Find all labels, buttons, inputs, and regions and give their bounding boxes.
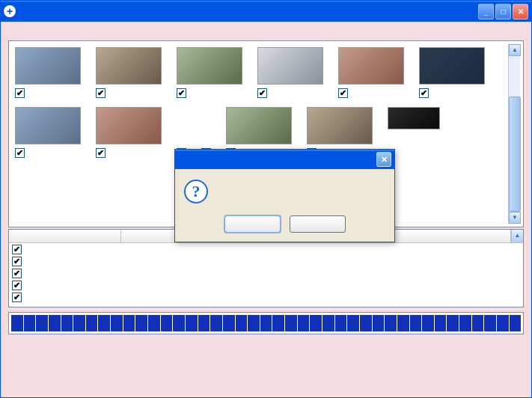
photo-scrollbar[interactable]: ▲ ▼ <box>508 44 520 224</box>
photo-thumbnail[interactable]: ✔ <box>15 107 81 158</box>
table-row[interactable]: ✔ <box>9 279 523 291</box>
progress-bar-panel <box>8 312 524 334</box>
scroll-down-button[interactable]: ▼ <box>509 212 521 224</box>
photo-thumbnail[interactable]: ✔ <box>177 47 242 98</box>
photo-thumbnail[interactable]: ✔ <box>338 47 404 98</box>
photo-thumbnail[interactable]: ✔ <box>96 107 162 158</box>
table-row[interactable]: ✔ <box>9 243 523 255</box>
file-checkbox[interactable]: ✔ <box>12 293 22 302</box>
photo-checkbox[interactable]: ✔ <box>257 88 267 98</box>
photo-thumbnail[interactable] <box>388 107 440 158</box>
photo-thumbnail[interactable]: ✔ <box>15 47 81 98</box>
titlebar: + _ □ ✕ <box>1 1 531 22</box>
photo-checkbox[interactable]: ✔ <box>96 148 106 158</box>
yes-button[interactable] <box>224 215 281 233</box>
file-scroll-up-button[interactable]: ▲ <box>511 230 523 242</box>
file-list-body: ✔ ✔ ✔ ✔ ✔ <box>9 243 523 307</box>
photo-thumbnail[interactable]: ✔ <box>257 47 323 98</box>
progress-bar <box>11 315 521 331</box>
maximize-button[interactable]: □ <box>495 4 511 19</box>
photo-checkbox[interactable]: ✔ <box>177 88 186 98</box>
file-checkbox[interactable]: ✔ <box>12 257 22 266</box>
dialog-close-button[interactable]: ✕ <box>376 152 391 167</box>
photo-checkbox[interactable]: ✔ <box>419 88 429 98</box>
main-window: + _ □ ✕ ✔ ✔ ✔ ✔ ✔ ✔ ✔ ✔ <box>0 0 532 398</box>
file-checkbox[interactable]: ✔ <box>12 269 22 278</box>
table-row[interactable]: ✔ <box>9 267 523 279</box>
no-button[interactable] <box>290 215 346 233</box>
scroll-thumb[interactable] <box>509 97 521 212</box>
table-row[interactable]: ✔ <box>9 291 523 303</box>
dialog-titlebar: ✕ <box>175 150 394 169</box>
scroll-up-button[interactable]: ▲ <box>509 44 521 56</box>
photo-thumbnail[interactable]: ✔ <box>419 47 485 98</box>
close-button[interactable]: ✕ <box>513 4 528 19</box>
file-checkbox[interactable]: ✔ <box>12 245 22 254</box>
question-icon: ? <box>184 180 208 203</box>
minimize-button[interactable]: _ <box>478 4 494 19</box>
photo-thumbnail[interactable]: ✔ <box>96 47 162 98</box>
column-header-name[interactable] <box>9 230 121 242</box>
photo-checkbox[interactable]: ✔ <box>15 88 25 98</box>
file-checkbox[interactable]: ✔ <box>12 281 22 290</box>
app-icon: + <box>4 5 16 17</box>
photo-checkbox[interactable]: ✔ <box>338 88 348 98</box>
table-row[interactable]: ✔ <box>9 255 523 267</box>
confirmation-dialog: ✕ ? <box>174 149 395 242</box>
photo-checkbox[interactable]: ✔ <box>96 88 106 98</box>
content-area: ✔ ✔ ✔ ✔ ✔ ✔ ✔ ✔ ✔ ✔ ✔ ✔ ▲ ▼ <box>1 22 531 397</box>
photo-checkbox[interactable]: ✔ <box>15 148 25 158</box>
